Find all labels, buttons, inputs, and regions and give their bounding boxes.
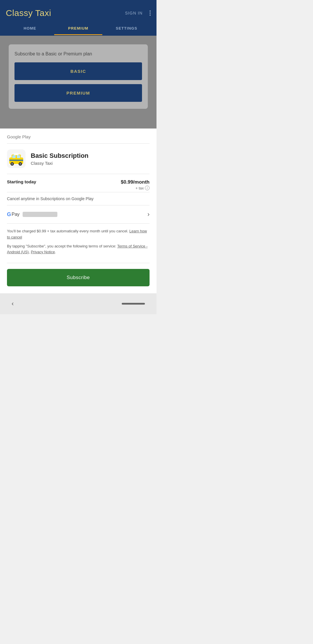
app-title: Classy Taxi: [6, 8, 51, 18]
app-bar: Classy Taxi SIGN IN HOME PREMIUM SETTING…: [0, 0, 156, 36]
price-info: $0.99/month + tax i: [121, 179, 150, 190]
premium-plan-button[interactable]: PREMIUM: [14, 84, 142, 102]
home-indicator: [122, 303, 145, 305]
back-button[interactable]: ‹: [12, 300, 14, 307]
svg-rect-2: [14, 153, 19, 155]
subscribe-subtitle: Subscribe to a Basic or Premium plan: [14, 51, 142, 57]
google-play-sheet: Google Play: [0, 129, 156, 293]
payment-row[interactable]: G Pay ›: [7, 205, 150, 224]
tax-info-icon[interactable]: i: [145, 186, 150, 190]
bottom-nav: ‹: [0, 293, 156, 314]
svg-rect-4: [17, 155, 20, 158]
g-blue: G: [7, 211, 11, 218]
starting-today-label: Starting today: [7, 179, 36, 184]
payment-card-placeholder: [23, 212, 57, 217]
tab-settings[interactable]: SETTINGS: [102, 21, 151, 35]
subscription-card: Subscribe to a Basic or Premium plan BAS…: [9, 44, 148, 109]
terms-text: By tapping "Subscribe", you accept the f…: [7, 243, 150, 256]
legal-section: You'll be charged $0.99 + tax automatica…: [7, 224, 150, 263]
product-icon: [7, 149, 26, 168]
subscribe-section: Subscribe: [7, 263, 150, 293]
charge-text: You'll be charged $0.99 + tax automatica…: [7, 228, 150, 240]
svg-rect-3: [12, 155, 16, 158]
price-tax: + tax i: [121, 186, 150, 190]
gpay-left: G Pay: [7, 211, 57, 218]
svg-rect-9: [9, 160, 23, 161]
main-content: Subscribe to a Basic or Premium plan BAS…: [0, 36, 156, 129]
product-row: Basic Subscription Classy Taxi: [7, 144, 150, 174]
google-play-header: Google Play: [7, 134, 150, 144]
subscribe-button[interactable]: Subscribe: [7, 269, 150, 286]
tab-home[interactable]: HOME: [6, 21, 54, 35]
privacy-notice-link[interactable]: Privacy Notice: [31, 250, 55, 254]
tabs: HOME PREMIUM SETTINGS: [6, 21, 151, 36]
pricing-row: Starting today $0.99/month + tax i: [7, 174, 150, 192]
app-bar-top: Classy Taxi SIGN IN: [6, 0, 151, 21]
cancel-notice: Cancel anytime in Subscriptions on Googl…: [7, 192, 150, 205]
tab-premium[interactable]: PREMIUM: [54, 21, 103, 35]
sign-in-button[interactable]: SIGN IN: [125, 11, 143, 15]
svg-point-6: [11, 163, 13, 165]
app-bar-actions: SIGN IN: [125, 10, 151, 16]
product-name: Basic Subscription: [31, 152, 150, 160]
basic-plan-button[interactable]: BASIC: [14, 62, 142, 80]
product-app: Classy Taxi: [31, 161, 150, 166]
gpay-logo: G Pay: [7, 211, 20, 218]
svg-point-8: [19, 163, 21, 165]
chevron-right-icon: ›: [148, 211, 150, 218]
more-options-icon[interactable]: [150, 10, 151, 16]
product-info: Basic Subscription Classy Taxi: [31, 152, 150, 166]
price-amount: $0.99/month: [121, 179, 150, 185]
